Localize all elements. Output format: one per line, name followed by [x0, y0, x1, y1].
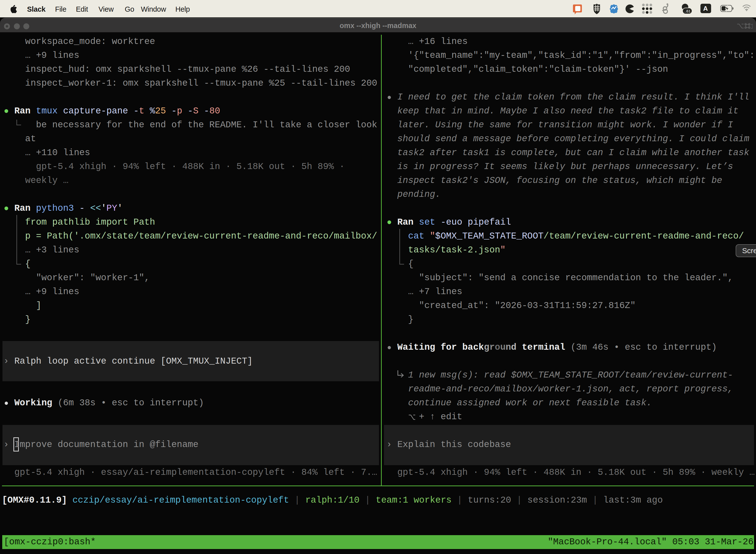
svg-text:..61: ..61 — [684, 9, 691, 13]
svg-text:A: A — [703, 5, 708, 12]
svg-text:1: 1 — [751, 22, 753, 30]
